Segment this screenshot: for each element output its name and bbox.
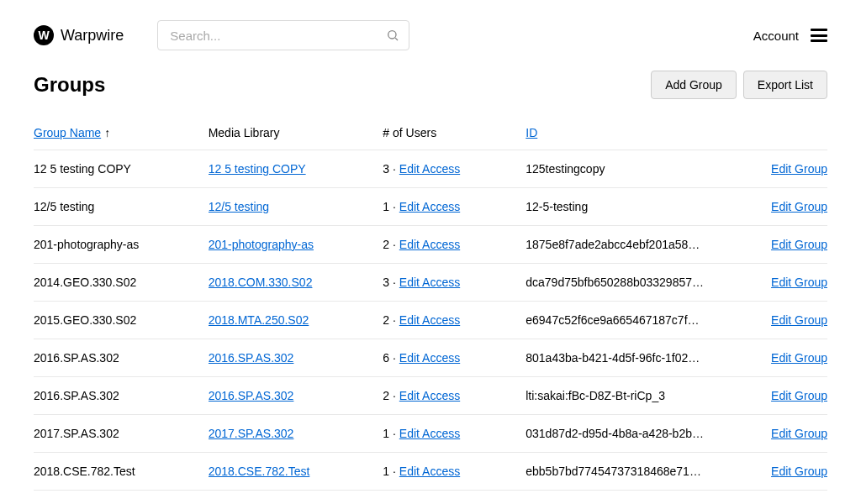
edit-group-link[interactable]: Edit Group xyxy=(771,276,827,289)
media-library-link[interactable]: 12 5 testing COPY xyxy=(209,162,306,176)
separator-dot: · xyxy=(389,276,399,289)
media-library-link[interactable]: 2018.CSE.782.Test xyxy=(209,465,310,478)
cell-group-name: 12/5 testing xyxy=(34,188,209,226)
cell-group-name: 2017.SP.AS.302 xyxy=(34,415,209,453)
user-count: 2 xyxy=(383,238,389,251)
table-row: 12/5 testing12/5 testing1 · Edit Access1… xyxy=(34,188,827,226)
table-row: 2016.SP.AS.3022016.SP.AS.3022 · Edit Acc… xyxy=(34,377,827,415)
cell-media-library: 12 5 testing COPY xyxy=(209,150,383,188)
user-count: 2 xyxy=(383,389,389,402)
table-row: 2019.chem.201.012019.chem.201.011 · Edit… xyxy=(34,491,827,505)
user-count: 1 xyxy=(383,200,389,213)
cell-id: dca79d75bfb650288b03329857… xyxy=(526,264,732,302)
user-count: 3 xyxy=(383,276,389,289)
cell-media-library: 2016.SP.AS.302 xyxy=(209,377,383,415)
cell-group-name: 2019.chem.201.01 xyxy=(34,491,209,505)
edit-group-link[interactable]: Edit Group xyxy=(771,200,827,213)
account-link[interactable]: Account xyxy=(753,29,799,43)
cell-id: 031d87d2-d95d-4b8a-a428-b2b… xyxy=(526,415,732,453)
edit-access-link[interactable]: Edit Access xyxy=(399,313,460,327)
cell-users: 1 · Edit Access xyxy=(383,415,526,453)
cell-group-name: 2018.CSE.782.Test xyxy=(34,453,209,491)
cell-id: 12-5-testing xyxy=(526,188,732,226)
edit-group-link[interactable]: Edit Group xyxy=(771,465,827,478)
col-header-users: # of Users xyxy=(383,119,526,150)
user-count: 3 xyxy=(383,162,389,176)
header-right: Account xyxy=(753,29,827,43)
brand-name: Warpwire xyxy=(61,27,124,45)
edit-group-link[interactable]: Edit Group xyxy=(771,313,827,327)
edit-group-link[interactable]: Edit Group xyxy=(771,351,827,365)
edit-access-link[interactable]: Edit Access xyxy=(399,200,460,213)
search-icon xyxy=(386,29,399,42)
svg-line-1 xyxy=(395,38,398,40)
search-input[interactable] xyxy=(157,20,409,50)
sort-arrow-icon: ↑ xyxy=(104,126,110,139)
edit-access-link[interactable]: Edit Access xyxy=(399,427,460,440)
media-library-link[interactable]: 2016.SP.AS.302 xyxy=(209,351,294,365)
page-title: Groups xyxy=(34,73,105,97)
cell-media-library: 2019.chem.201.01 xyxy=(209,491,383,505)
table-row: 2014.GEO.330.S022018.COM.330.S023 · Edit… xyxy=(34,264,827,302)
cell-users: 3 · Edit Access xyxy=(383,150,526,188)
edit-access-link[interactable]: Edit Access xyxy=(399,276,460,289)
cell-edit: Edit Group xyxy=(732,150,827,188)
separator-dot: · xyxy=(389,465,399,478)
table-row: 2018.CSE.782.Test2018.CSE.782.Test1 · Ed… xyxy=(34,453,827,491)
content: Groups Add Group Export List Group Name↑… xyxy=(0,64,861,504)
cell-users: 3 · Edit Access xyxy=(383,264,526,302)
media-library-link[interactable]: 12/5 testing xyxy=(209,200,269,213)
cell-edit: Edit Group xyxy=(732,377,827,415)
user-count: 1 xyxy=(383,465,389,478)
cell-edit: Edit Group xyxy=(732,453,827,491)
cell-group-name: 2014.GEO.330.S02 xyxy=(34,264,209,302)
separator-dot: · xyxy=(389,313,399,327)
cell-media-library: 2016.SP.AS.302 xyxy=(209,339,383,377)
cell-group-name: 2015.GEO.330.S02 xyxy=(34,302,209,339)
cell-edit: Edit Group xyxy=(732,491,827,505)
cell-group-name: 2016.SP.AS.302 xyxy=(34,377,209,415)
cell-group-name: 2016.SP.AS.302 xyxy=(34,339,209,377)
user-count: 6 xyxy=(383,351,389,365)
media-library-link[interactable]: 2017.SP.AS.302 xyxy=(209,427,294,440)
table-row: 12 5 testing COPY12 5 testing COPY3 · Ed… xyxy=(34,150,827,188)
add-group-button[interactable]: Add Group xyxy=(651,71,737,99)
media-library-link[interactable]: 2016.SP.AS.302 xyxy=(209,389,294,402)
separator-dot: · xyxy=(389,351,399,365)
media-library-link[interactable]: 2018.COM.330.S02 xyxy=(209,276,313,289)
edit-access-link[interactable]: Edit Access xyxy=(399,162,460,176)
cell-id: e6947c52f6ce9a665467187c7f… xyxy=(526,302,732,339)
col-header-group-name[interactable]: Group Name↑ xyxy=(34,119,209,150)
media-library-link[interactable]: 2018.MTA.250.S02 xyxy=(209,313,309,327)
separator-dot: · xyxy=(389,238,399,251)
cell-id: 801a43ba-b421-4d5f-96fc-1f02… xyxy=(526,339,732,377)
action-buttons: Add Group Export List xyxy=(651,71,827,99)
cell-users: 1 · Edit Access xyxy=(383,453,526,491)
cell-media-library: 2017.SP.AS.302 xyxy=(209,415,383,453)
col-header-id[interactable]: ID xyxy=(526,119,732,150)
app-header: W Warpwire Account xyxy=(0,0,861,64)
cell-users: 1 · Edit Access xyxy=(383,188,526,226)
edit-group-link[interactable]: Edit Group xyxy=(771,427,827,440)
edit-access-link[interactable]: Edit Access xyxy=(399,351,460,365)
separator-dot: · xyxy=(389,389,399,402)
edit-group-link[interactable]: Edit Group xyxy=(771,238,827,251)
menu-icon[interactable] xyxy=(811,29,827,42)
edit-group-link[interactable]: Edit Group xyxy=(771,389,827,402)
edit-group-link[interactable]: Edit Group xyxy=(771,162,827,176)
cell-group-name: 12 5 testing COPY xyxy=(34,150,209,188)
cell-edit: Edit Group xyxy=(732,302,827,339)
cell-media-library: 201-photography-as xyxy=(209,226,383,264)
groups-table: Group Name↑ Media Library # of Users ID … xyxy=(34,119,827,504)
edit-access-link[interactable]: Edit Access xyxy=(399,465,460,478)
cell-edit: Edit Group xyxy=(732,226,827,264)
table-row: 2015.GEO.330.S022018.MTA.250.S022 · Edit… xyxy=(34,302,827,339)
export-list-button[interactable]: Export List xyxy=(743,71,827,99)
edit-access-link[interactable]: Edit Access xyxy=(399,389,460,402)
media-library-link[interactable]: 201-photography-as xyxy=(209,238,314,251)
cell-users: 2 · Edit Access xyxy=(383,302,526,339)
cell-group-name: 201-photography-as xyxy=(34,226,209,264)
cell-media-library: 2018.MTA.250.S02 xyxy=(209,302,383,339)
edit-access-link[interactable]: Edit Access xyxy=(399,238,460,251)
cell-media-library: 12/5 testing xyxy=(209,188,383,226)
